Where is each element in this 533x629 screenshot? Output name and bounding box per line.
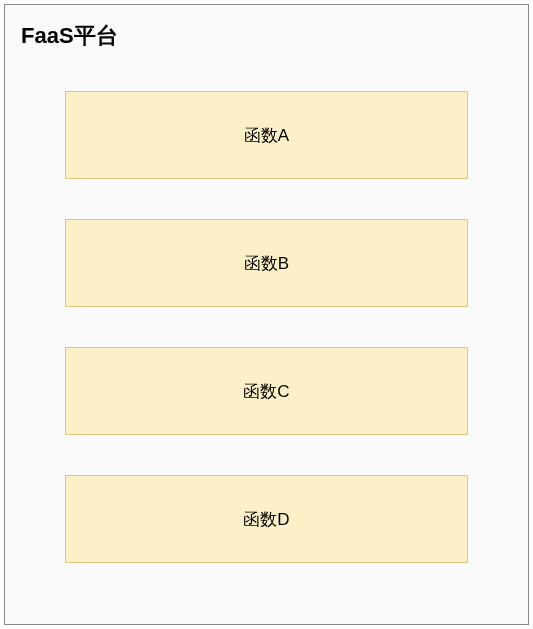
function-label: 函数B: [244, 252, 289, 275]
function-box-d: 函数D: [65, 475, 468, 563]
faas-platform-container: FaaS平台 函数A 函数B 函数C 函数D: [4, 4, 529, 625]
function-box-c: 函数C: [65, 347, 468, 435]
functions-list: 函数A 函数B 函数C 函数D: [25, 91, 508, 563]
function-label: 函数C: [243, 380, 289, 403]
function-box-a: 函数A: [65, 91, 468, 179]
function-box-b: 函数B: [65, 219, 468, 307]
platform-title: FaaS平台: [21, 21, 508, 51]
function-label: 函数A: [244, 124, 289, 147]
function-label: 函数D: [243, 508, 289, 531]
